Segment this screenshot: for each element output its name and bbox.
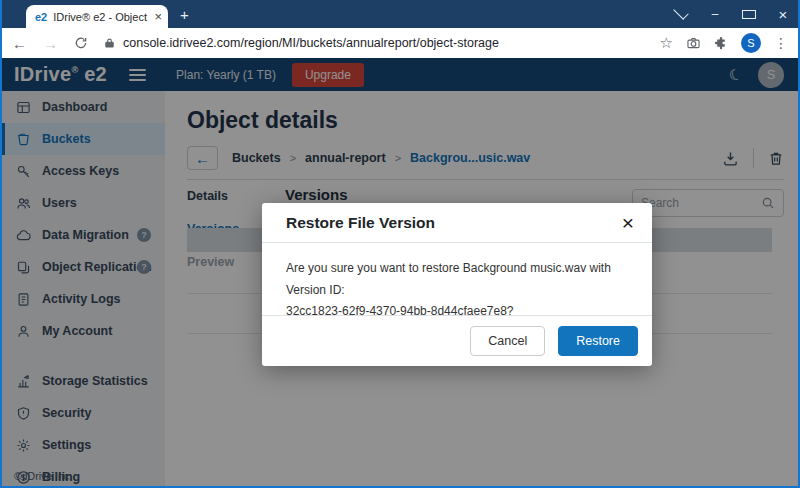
dialog-title: Restore File Version xyxy=(286,214,435,232)
window-minimize-icon[interactable]: – xyxy=(708,7,722,21)
extensions-puzzle-icon[interactable] xyxy=(714,36,728,50)
restore-version-dialog: Restore File Version × Are you sure you … xyxy=(262,203,652,366)
browser-forward-icon: → xyxy=(43,35,58,52)
browser-profile-avatar[interactable]: S xyxy=(741,33,761,53)
site-favicon: e2 xyxy=(35,11,47,23)
dialog-message-line1: Are you sure you want to restore Backgro… xyxy=(286,258,628,301)
browser-menu-kebab-icon[interactable]: ⋮ xyxy=(774,35,788,51)
address-bar[interactable]: console.idrivee2.com/region/MI/buckets/a… xyxy=(123,36,650,50)
new-tab-button[interactable]: + xyxy=(180,6,189,23)
browser-back-icon[interactable]: ← xyxy=(12,35,27,52)
padlock-icon[interactable] xyxy=(104,37,115,49)
tab-title: IDrive® e2 - Object storage xyxy=(53,11,150,23)
browser-tab[interactable]: e2 IDrive® e2 - Object storage × xyxy=(26,5,168,28)
window-maximize-icon[interactable] xyxy=(742,10,756,19)
restore-button[interactable]: Restore xyxy=(558,326,638,356)
cancel-button[interactable]: Cancel xyxy=(470,326,545,356)
window-menu-chevron-icon[interactable] xyxy=(673,4,689,20)
browser-reload-icon[interactable] xyxy=(74,36,88,50)
window-close-icon[interactable]: × xyxy=(776,6,790,23)
browser-toolbar: ← → console.idrivee2.com/region/MI/bucke… xyxy=(2,28,798,58)
dialog-message: Are you sure you want to restore Backgro… xyxy=(262,243,652,323)
bookmark-star-icon[interactable]: ☆ xyxy=(660,34,673,52)
screenshot-camera-icon[interactable] xyxy=(686,36,701,50)
browser-titlebar: e2 IDrive® e2 - Object storage × + – × xyxy=(2,0,798,28)
tab-close-icon[interactable]: × xyxy=(154,9,162,24)
browser-window: e2 IDrive® e2 - Object storage × + – × ←… xyxy=(0,0,800,488)
dialog-close-icon[interactable]: × xyxy=(622,215,634,231)
